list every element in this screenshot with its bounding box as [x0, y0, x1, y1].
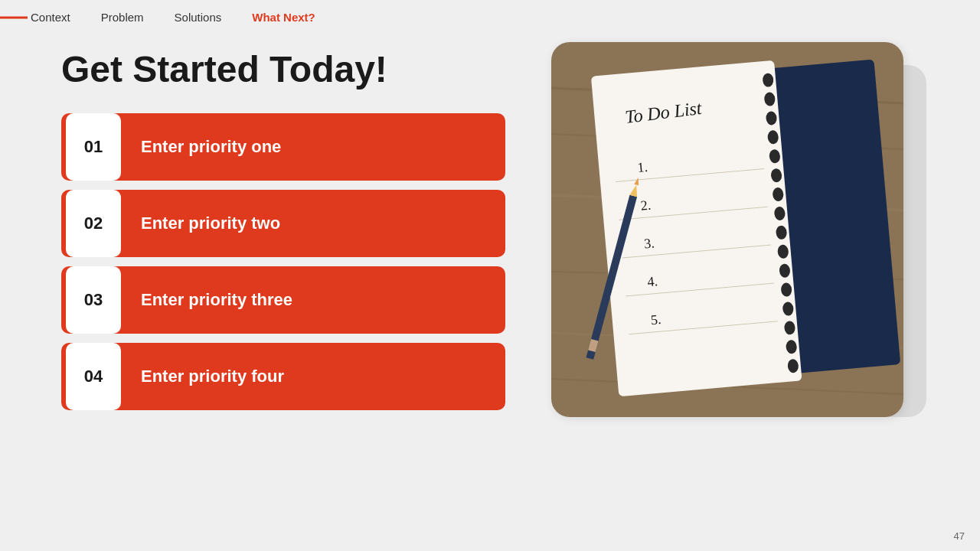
image-wrapper: To Do List 1. 2. 3. 4. 5. [551, 42, 919, 432]
priority-item-4[interactable]: 04 Enter priority four [61, 343, 505, 410]
notebook-image: To Do List 1. 2. 3. 4. 5. [551, 42, 903, 417]
priority-text-3: Enter priority three [126, 290, 292, 310]
svg-text:5.: 5. [650, 311, 662, 328]
nav-item-what-next[interactable]: What Next? [252, 11, 315, 24]
priority-text-2: Enter priority two [126, 214, 280, 233]
nav-item-solutions[interactable]: Solutions [175, 11, 222, 24]
priority-number-2: 02 [66, 190, 121, 257]
priority-list: 01 Enter priority one 02 Enter priority … [61, 113, 505, 410]
svg-text:4.: 4. [647, 273, 658, 289]
nav-item-problem[interactable]: Problem [101, 11, 144, 24]
priority-number-4: 04 [66, 343, 121, 410]
priority-item-2[interactable]: 02 Enter priority two [61, 190, 505, 257]
right-panel: To Do List 1. 2. 3. 4. 5. [551, 42, 919, 432]
priority-item-1[interactable]: 01 Enter priority one [61, 113, 505, 181]
priority-number-1: 01 [66, 113, 121, 181]
main-content: Get Started Today! 01 Enter priority one… [0, 34, 980, 448]
left-panel: Get Started Today! 01 Enter priority one… [61, 50, 505, 410]
svg-text:2.: 2. [640, 197, 652, 214]
svg-text:1.: 1. [637, 159, 648, 175]
priority-number-3: 03 [66, 266, 121, 334]
page-title: Get Started Today! [61, 50, 505, 90]
svg-text:3.: 3. [643, 235, 655, 251]
nav-item-context[interactable]: Context [31, 11, 70, 24]
priority-text-1: Enter priority one [126, 137, 281, 157]
priority-item-3[interactable]: 03 Enter priority three [61, 266, 505, 334]
navigation-bar: Context Problem Solutions What Next? [0, 0, 980, 34]
priority-text-4: Enter priority four [126, 367, 284, 386]
page-number: 47 [954, 530, 965, 542]
